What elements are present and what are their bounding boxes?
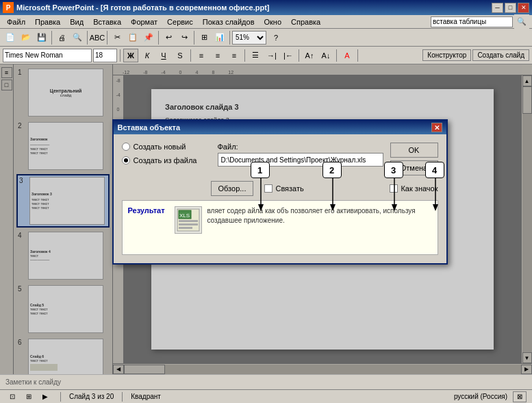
menu-format[interactable]: Формат — [127, 16, 162, 27]
result-icon: XLS — [175, 206, 202, 234]
close-button[interactable]: ✕ — [518, 3, 529, 13]
notes-bar[interactable]: Заметки к слайду — [0, 374, 532, 389]
callout-2: 2 — [322, 162, 343, 212]
insert-chart-button[interactable]: 📊 — [212, 30, 227, 45]
restore-button[interactable]: □ — [505, 3, 516, 13]
copy-button[interactable]: 📋 — [125, 30, 140, 45]
align-center-button[interactable]: ≡ — [210, 49, 225, 62]
paste-button[interactable]: 📌 — [141, 30, 156, 45]
slide-info: Слайд 3 из 20 — [69, 393, 114, 400]
search-button[interactable]: 🔍 — [514, 14, 529, 29]
dialog-close-button[interactable]: ✕ — [431, 123, 442, 132]
search-box: 🔍 — [431, 14, 529, 29]
bold-button[interactable]: Ж — [123, 49, 138, 62]
decrease-indent-button[interactable]: |← — [281, 49, 296, 62]
svg-rect-4 — [179, 223, 198, 225]
menu-help[interactable]: Справка — [287, 16, 325, 27]
svg-rect-5 — [179, 227, 192, 229]
link-label: Связать — [275, 184, 303, 193]
spell-button[interactable]: ABC — [90, 30, 105, 45]
dialog-title: Вставка объекта — [118, 123, 181, 132]
cut-button[interactable]: ✂ — [110, 30, 125, 45]
svg-marker-7 — [258, 204, 264, 211]
window-controls: ─ □ ✕ — [492, 3, 529, 13]
bottom-view-buttons: ⊡ ⊞ ▶ — [5, 391, 52, 403]
insert-object-dialog: Вставка объекта ✕ Создать новый Создать … — [112, 119, 448, 265]
dialog-body: Создать новый Создать из файла Файл: — [114, 134, 446, 263]
undo-button[interactable]: ↩ — [161, 30, 176, 45]
menu-bar: Файл Правка Вид Вставка Формат Сервис По… — [0, 15, 532, 29]
save-button[interactable]: 💾 — [34, 30, 49, 45]
sep1 — [51, 31, 52, 45]
search-input[interactable] — [431, 16, 513, 27]
radio-create-new-circle — [122, 143, 130, 151]
minimize-button[interactable]: ─ — [492, 3, 503, 13]
constructor-button[interactable]: Конструктор — [422, 49, 471, 61]
callout-1: 1 — [251, 162, 271, 212]
font-name-input[interactable] — [3, 49, 92, 62]
status-sep1 — [60, 392, 61, 402]
status-bar: ⊡ ⊞ ▶ Слайд 3 из 20 Квадрант русский (Ро… — [0, 389, 532, 403]
file-row — [218, 153, 383, 167]
status-right: русский (Россия) ⊠ — [454, 391, 527, 402]
increase-indent-button[interactable]: →| — [264, 49, 279, 62]
insert-table-button[interactable]: ⊞ — [197, 30, 212, 45]
svg-marker-13 — [433, 204, 438, 211]
language-info: русский (Россия) — [454, 393, 507, 400]
ok-button[interactable]: OK — [390, 143, 438, 158]
fmt-sep2 — [190, 49, 191, 62]
new-button[interactable]: 📄 — [3, 30, 18, 45]
sep6 — [229, 31, 230, 45]
align-left-button[interactable]: ≡ — [194, 49, 209, 62]
title-bar: P Microsoft PowerPoint - [Я готов работа… — [0, 0, 532, 15]
redo-button[interactable]: ↪ — [177, 30, 192, 45]
print-button[interactable]: 🖨 — [54, 30, 69, 45]
slide-sorter-button[interactable]: ⊞ — [22, 391, 36, 403]
section-info: Квадрант — [131, 393, 161, 400]
toolbar: 📄 📂 💾 🖨 🔍 ABC ✂ 📋 📌 ↩ ↪ ⊞ 📊 51% ? — [0, 29, 532, 47]
result-label: Результат — [128, 206, 169, 215]
browse-button[interactable]: Обзор... — [211, 181, 254, 196]
open-button[interactable]: 📂 — [18, 30, 34, 45]
bullets-button[interactable]: ☰ — [248, 49, 263, 62]
svg-marker-9 — [330, 204, 335, 211]
sep2 — [87, 31, 88, 45]
sep4 — [158, 31, 159, 45]
preview-button[interactable]: 🔍 — [70, 30, 85, 45]
font-size-decrease-button[interactable]: A↓ — [318, 49, 333, 62]
callout-3: 3 — [384, 162, 405, 212]
fmt-sep5 — [336, 49, 337, 62]
italic-button[interactable]: К — [140, 49, 155, 62]
fmt-sep3 — [244, 49, 245, 62]
status-icon: ⊠ — [513, 391, 527, 402]
format-bar: Ж К Ч S ≡ ≡ ≡ ☰ →| |← A↑ A↓ A Конструкто… — [0, 47, 532, 64]
menu-view[interactable]: Вид — [66, 16, 88, 27]
underline-button[interactable]: Ч — [156, 49, 171, 62]
dialog-overlay: Вставка объекта ✕ Создать новый Создать … — [0, 64, 532, 374]
zoom-select[interactable]: 51% — [232, 31, 266, 45]
help-button[interactable]: ? — [268, 30, 283, 45]
create-slide-button[interactable]: Создать слайд — [472, 49, 529, 61]
menu-file[interactable]: Файл — [3, 16, 29, 27]
radio-create-from-file[interactable]: Создать из файла — [122, 156, 211, 164]
menu-window[interactable]: Окно — [260, 16, 286, 27]
shadow-button[interactable]: S — [173, 49, 188, 62]
align-right-button[interactable]: ≡ — [227, 49, 242, 62]
callout-4: 4 — [425, 162, 446, 212]
file-path-input[interactable] — [218, 153, 383, 167]
menu-tools[interactable]: Сервис — [163, 16, 197, 27]
font-color-button[interactable]: A — [340, 49, 355, 62]
menu-slideshow[interactable]: Показ слайдов — [199, 16, 259, 27]
svg-text:XLS: XLS — [179, 212, 190, 219]
font-size-increase-button[interactable]: A↑ — [302, 49, 317, 62]
radio-create-from-file-circle — [122, 156, 130, 164]
menu-edit[interactable]: Правка — [31, 16, 64, 27]
slideshow-button[interactable]: ▶ — [38, 391, 52, 403]
radio-create-new[interactable]: Создать новый — [122, 143, 211, 151]
menu-insert[interactable]: Вставка — [89, 16, 125, 27]
svg-marker-11 — [392, 204, 397, 211]
file-label: Файл: — [218, 143, 383, 151]
font-size-input[interactable] — [93, 49, 117, 62]
fmt-sep1 — [120, 49, 121, 62]
normal-view-button[interactable]: ⊡ — [5, 391, 19, 403]
